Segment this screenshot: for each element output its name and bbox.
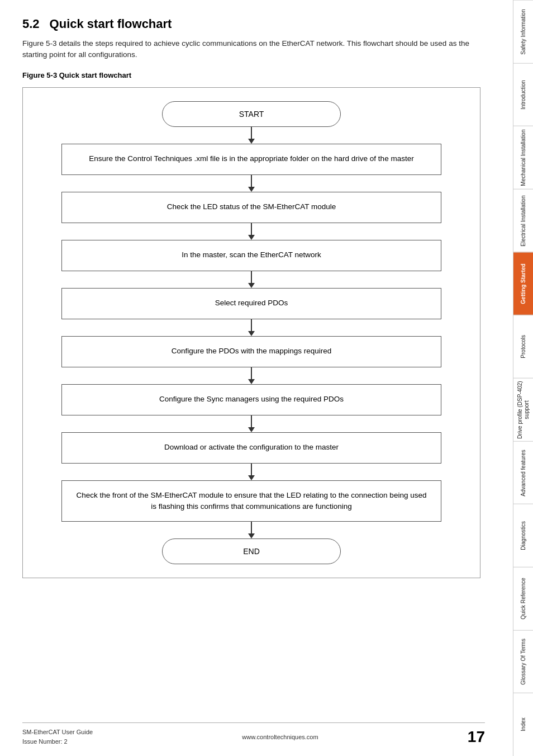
sidebar-tab-index[interactable]: Index <box>513 693 533 756</box>
arrow-3 <box>248 271 255 288</box>
sidebar-tab-mech[interactable]: Mechanical Installation <box>513 126 533 189</box>
flowchart-step8: Check the front of the SM-EtherCAT modul… <box>61 480 441 522</box>
flowchart-step4: Select required PDOs <box>61 288 441 319</box>
flowchart-end: END <box>162 538 341 564</box>
figure-caption: Figure 5-3 Quick start flowchart <box>22 71 496 79</box>
sidebar-tab-glossary[interactable]: Glossary Of Terms <box>513 630 533 693</box>
flowchart-container: START Ensure the Control Techniques .xml… <box>22 87 480 579</box>
footer-left-line2: Issue Number: 2 <box>22 737 93 746</box>
flowchart-start: START <box>162 101 341 127</box>
section-intro: Figure 5-3 details the steps required to… <box>22 38 480 61</box>
main-content: 5.2 Quick start flowchart Figure 5-3 det… <box>0 0 513 756</box>
footer-page-number: 17 <box>468 728 485 746</box>
arrow-6 <box>248 415 255 432</box>
footer-left: SM-EtherCAT User Guide Issue Number: 2 <box>22 727 93 746</box>
flowchart-step6: Configure the Sync managers using the re… <box>61 384 441 415</box>
arrow-5 <box>248 367 255 384</box>
flowchart-step3: In the master, scan the EtherCAT network <box>61 240 441 271</box>
page-wrapper: 5.2 Quick start flowchart Figure 5-3 det… <box>0 0 533 756</box>
arrow-0 <box>248 127 255 144</box>
sidebar-tab-advanced[interactable]: Advanced features <box>513 441 533 504</box>
section-title: 5.2 Quick start flowchart <box>22 17 496 31</box>
sidebar-tab-getting[interactable]: Getting Started <box>513 252 533 315</box>
sidebar-tab-safety[interactable]: Safety Information <box>513 0 533 63</box>
arrow-2 <box>248 223 255 240</box>
arrow-4 <box>248 319 255 336</box>
arrow-8 <box>248 522 255 538</box>
sidebar-tab-elec[interactable]: Electrical Installation <box>513 189 533 252</box>
arrow-1 <box>248 175 255 192</box>
sidebar-tab-quick[interactable]: Quick Reference <box>513 567 533 630</box>
sidebar-tab-drive[interactable]: Drive profile (DSP-402) support <box>513 378 533 441</box>
section-heading: Quick start flowchart <box>50 17 172 31</box>
flowchart-step2: Check the LED status of the SM-EtherCAT … <box>61 192 441 223</box>
flowchart-step5: Configure the PDOs with the mappings req… <box>61 336 441 367</box>
flowchart-step7: Download or activate the configuration t… <box>61 432 441 464</box>
arrow-7 <box>248 464 255 480</box>
section-number: 5.2 <box>22 17 40 31</box>
page-footer: SM-EtherCAT User Guide Issue Number: 2 w… <box>22 722 485 746</box>
footer-left-line1: SM-EtherCAT User Guide <box>22 727 93 737</box>
sidebar-tab-intro[interactable]: Introduction <box>513 63 533 126</box>
footer-center: www.controltechniques.com <box>242 734 318 740</box>
flowchart-step1: Ensure the Control Techniques .xml file … <box>61 144 441 175</box>
sidebar: Safety Information Introduction Mechanic… <box>513 0 533 756</box>
flowchart: START Ensure the Control Techniques .xml… <box>34 101 469 565</box>
sidebar-tab-diag[interactable]: Diagnostics <box>513 504 533 567</box>
sidebar-tab-protocols[interactable]: Protocols <box>513 315 533 378</box>
